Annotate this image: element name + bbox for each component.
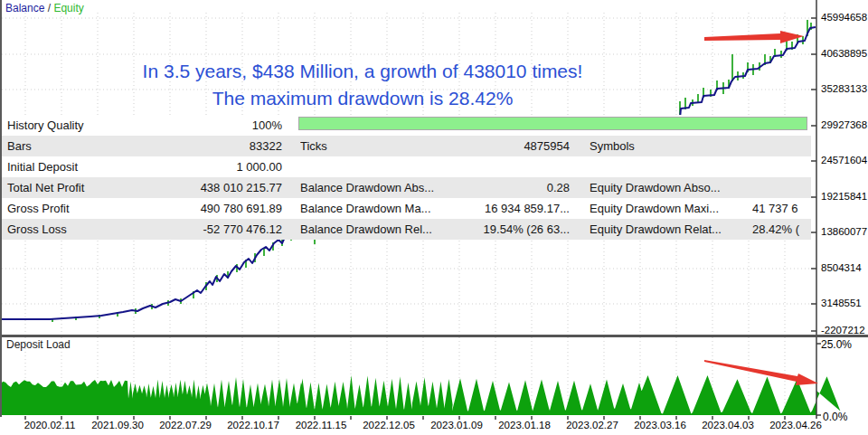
x-axis-label: 2023.03.16 [634, 420, 686, 430]
column-gap [282, 136, 300, 156]
stat-label [590, 156, 752, 177]
x-axis-label: 2023.04.26 [769, 420, 822, 430]
x-axis-label: 2023.01.18 [498, 420, 551, 430]
x-axis-label: 2022.11.15 [296, 420, 347, 430]
y-axis-label: 8504314 [821, 262, 862, 273]
legend-balance-label: Balance [5, 2, 44, 14]
y-axis-label: 40638895 [821, 48, 867, 59]
window-left-border [0, 0, 2, 417]
annotation-text: In 3.5 years, $438 Million, a growth of … [107, 58, 618, 112]
x-axis-label: 2021.09.30 [91, 420, 144, 430]
stat-value: 16 934 859.17... [468, 198, 570, 219]
stat-label: Equity Drawdown Abso... [590, 177, 752, 198]
x-axis-label: 2023.04.03 [702, 420, 754, 430]
column-gap [282, 156, 300, 177]
stat-label: Gross Loss [0, 219, 156, 240]
stat-value: 0.28 [468, 177, 570, 198]
stat-value: 41 737 6 [752, 198, 811, 219]
y-axis-label: 35283133 [821, 83, 867, 94]
stat-value: -52 770 476.12 [156, 219, 282, 240]
column-gap [282, 198, 300, 219]
stats-row-0[interactable]: History Quality100% [0, 115, 811, 136]
history-quality-progress-bar [298, 117, 807, 130]
stats-row-2[interactable]: Initial Deposit1 000.00 [0, 156, 811, 177]
column-gap [570, 156, 590, 177]
panel-separator[interactable] [0, 335, 868, 337]
stat-label: Initial Deposit [0, 156, 156, 177]
annotation-line1: In 3.5 years, $438 Million, a growth of … [107, 58, 618, 85]
legend-equity-label: Equity [53, 2, 83, 14]
annotation-line2: The maximum drawdown is 28.42% [107, 85, 618, 112]
stat-label: Balance Drawdown Ma... [300, 198, 468, 219]
stat-label: Bars [0, 136, 156, 156]
x-axis-label: 2020.02.11 [24, 420, 76, 430]
x-axis-label: 2023.01.09 [430, 420, 483, 430]
deposit-load-title: Deposit Load [6, 338, 71, 351]
stat-value: 28.42% ( [752, 219, 811, 240]
stat-label: Total Net Profit [0, 177, 156, 198]
x-axis-label: 2023.02.27 [566, 420, 618, 430]
x-axis-labels: 2020.02.112021.09.302022.07.292022.10.17… [0, 420, 868, 434]
stat-value [752, 136, 811, 156]
stat-label: Ticks [300, 136, 468, 156]
stat-label: Equity Drawdown Relat... [590, 219, 752, 240]
chart-legend: Balance / Equity [5, 2, 84, 14]
stat-value: 438 010 215.77 [156, 177, 282, 198]
column-gap [282, 177, 300, 198]
stat-value [752, 156, 811, 177]
stats-table: History Quality100%Bars83322Ticks4875954… [0, 115, 811, 240]
column-gap [282, 115, 300, 136]
stat-label: Equity Drawdown Maxi... [590, 198, 752, 219]
column-gap [570, 177, 590, 198]
stat-label: Symbols [590, 136, 752, 156]
legend-separator: / [44, 2, 53, 14]
y-axis-label: 29927368 [821, 119, 867, 130]
stat-label [300, 156, 468, 177]
stats-row-4[interactable]: Gross Profit490 780 691.89Balance Drawdo… [0, 198, 811, 219]
y-axis-label: 45994658 [821, 12, 867, 23]
stat-value: 100% [156, 115, 282, 136]
stat-label: Balance Drawdown Abs... [300, 177, 468, 198]
x-axis-label: 2022.07.29 [159, 420, 212, 430]
stat-label: Gross Profit [0, 198, 156, 219]
stats-row-3[interactable]: Total Net Profit438 010 215.77Balance Dr… [0, 177, 811, 198]
stat-value: 4875954 [468, 136, 570, 156]
y-axis-label: 13860077 [821, 226, 867, 237]
x-axis-label: 2022.10.17 [227, 420, 279, 430]
x-axis-label: 2022.12.05 [363, 420, 415, 430]
stat-label: Balance Drawdown Rel... [300, 219, 468, 240]
deposit-load-area [0, 375, 840, 415]
y-axis-label: 19215841 [821, 191, 867, 202]
stat-value [752, 177, 811, 198]
stats-row-1[interactable]: Bars83322Ticks4875954Symbols [0, 136, 811, 156]
stat-value: 19.54% (26 63... [468, 219, 570, 240]
column-gap [570, 198, 590, 219]
column-gap [282, 219, 300, 240]
stat-label: History Quality [0, 115, 156, 136]
stat-value: 490 780 691.89 [156, 198, 282, 219]
stat-value: 83322 [156, 136, 282, 156]
deposit-load-max-label: 25.0% [821, 338, 852, 351]
stat-value: 1 000.00 [156, 156, 282, 177]
y-axis-label: 24571604 [821, 155, 867, 165]
y-axis-label: 3148551 [821, 298, 862, 308]
stat-value [468, 156, 570, 177]
column-gap [570, 136, 590, 156]
strategy-tester-report: Balance / Equity In 3.5 years, $438 Mill… [0, 0, 868, 435]
stats-row-5[interactable]: Gross Loss-52 770 476.12Balance Drawdown… [0, 219, 811, 240]
column-gap [570, 219, 590, 240]
